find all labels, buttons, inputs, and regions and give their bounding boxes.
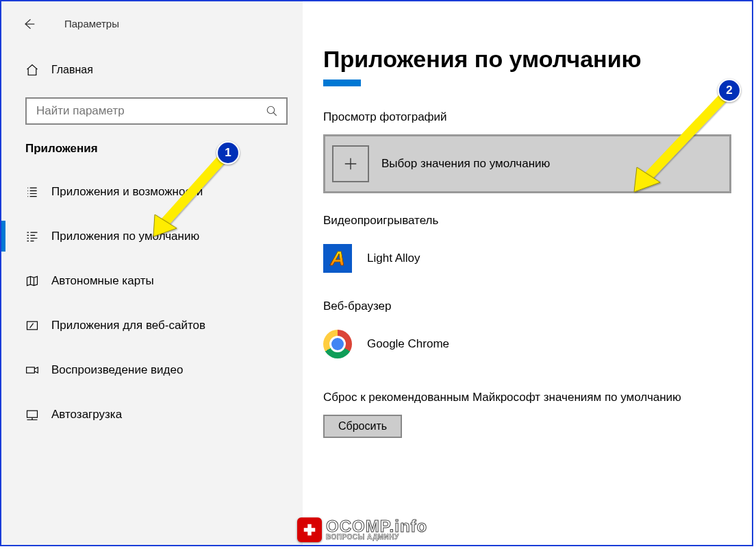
group-browser-label: Веб-браузер <box>323 300 731 313</box>
svg-point-0 <box>267 106 275 114</box>
list-icon <box>25 185 39 199</box>
app-video-name: Light Alloy <box>367 252 420 265</box>
choose-default-photo[interactable]: Выбор значения по умолчанию <box>323 134 731 193</box>
web-apps-icon <box>25 319 39 332</box>
svg-rect-3 <box>27 411 38 417</box>
sidebar-item-label: Воспроизведение видео <box>51 363 183 377</box>
search-input[interactable] <box>35 103 266 119</box>
watermark: OCOMP.info ВОПРОСЫ АДМИНУ <box>297 517 427 542</box>
settings-sidebar: Параметры Главная Приложения <box>1 1 303 545</box>
group-photo-label: Просмотр фотографий <box>323 110 731 124</box>
app-browser[interactable]: Google Chrome <box>323 324 731 365</box>
nav-home-label: Главная <box>51 64 93 76</box>
sidebar-item-offline-maps[interactable]: Автономные карты <box>1 258 303 303</box>
sidebar-item-label: Приложения и возможности <box>51 185 203 199</box>
back-icon[interactable] <box>22 17 36 31</box>
sidebar-item-video-playback[interactable]: Воспроизведение видео <box>1 347 303 392</box>
page-title: Приложения по умолчанию <box>323 46 731 73</box>
reset-description: Сброс к рекомендованным Майкрософт значе… <box>323 389 731 406</box>
callout-badge-1: 1 <box>216 141 240 164</box>
callout-badge-2: 2 <box>718 79 741 102</box>
sidebar-item-label: Приложения по умолчанию <box>51 230 199 243</box>
accent-strip <box>323 80 361 86</box>
sidebar-item-web-apps[interactable]: Приложения для веб-сайтов <box>1 303 303 347</box>
video-icon <box>25 363 39 377</box>
map-icon <box>25 274 39 288</box>
watermark-subtext: ВОПРОСЫ АДМИНУ <box>326 533 399 541</box>
nav-home[interactable]: Главная <box>1 53 303 87</box>
app-browser-name: Google Chrome <box>367 337 449 351</box>
default-apps-icon <box>25 230 39 243</box>
chrome-icon <box>323 330 352 358</box>
sidebar-item-startup[interactable]: Автозагрузка <box>1 392 303 437</box>
watermark-cross-icon <box>297 517 322 542</box>
group-video-label: Видеопроигрыватель <box>323 214 731 228</box>
app-video-player[interactable]: A Light Alloy <box>323 238 731 279</box>
startup-icon <box>25 408 39 422</box>
plus-icon <box>332 145 369 182</box>
watermark-text: OCOMP.info <box>326 519 427 534</box>
search-icon <box>266 105 278 117</box>
window-title: Параметры <box>64 18 119 29</box>
sidebar-item-label: Автономные карты <box>51 274 154 288</box>
sidebar-item-label: Приложения для веб-сайтов <box>51 319 205 332</box>
svg-rect-1 <box>27 321 38 330</box>
sidebar-item-default-apps[interactable]: Приложения по умолчанию <box>1 214 303 258</box>
main-content: Приложения по умолчанию Просмотр фотогра… <box>303 1 752 545</box>
sidebar-item-label: Автозагрузка <box>51 408 122 422</box>
sidebar-section-title: Приложения <box>1 142 303 156</box>
home-icon <box>25 63 39 77</box>
light-alloy-icon: A <box>323 244 352 273</box>
svg-rect-2 <box>27 367 35 372</box>
sidebar-item-apps-features[interactable]: Приложения и возможности <box>1 169 303 214</box>
reset-button[interactable]: Сбросить <box>323 415 402 438</box>
choose-default-label: Выбор значения по умолчанию <box>381 157 550 171</box>
search-input-container[interactable] <box>25 97 288 125</box>
